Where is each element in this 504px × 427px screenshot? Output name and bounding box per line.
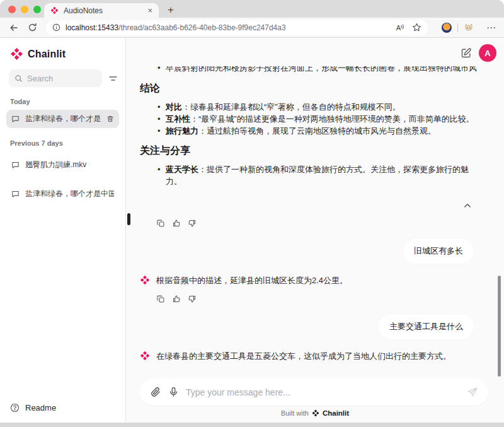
thread-item-active[interactable]: 盐津和绿春，哪个才是中... <box>6 110 119 128</box>
message-input[interactable] <box>186 387 460 397</box>
list-item: 对比：绿春县和延津县都以“窄”著称，但各自的特点和规模不同。 <box>166 101 479 113</box>
scrollbar-thumb[interactable] <box>498 276 501 377</box>
thread-title: 翘臀肌力訓練.mkv <box>25 160 114 170</box>
browser-menu-icon[interactable]: ⋯ <box>486 22 496 33</box>
thumbs-down-icon[interactable] <box>188 219 197 228</box>
readme-label: Readme <box>25 403 56 412</box>
url-host: localhost:15433 <box>66 23 118 32</box>
assistant-message: 根据音频中的描述，延津县的旧城区长度为2.4公里。 <box>140 274 479 286</box>
chainlit-logo-icon <box>10 47 23 61</box>
chevron-up-icon[interactable] <box>462 201 472 211</box>
thread-item[interactable]: 翘臀肌力訓練.mkv <box>6 156 119 174</box>
tab-title: AudioNotes <box>64 6 142 15</box>
help-icon <box>10 403 20 412</box>
section-heading: 关注与分享 <box>140 144 479 158</box>
extensions-area <box>442 23 474 33</box>
chat-bubble-icon <box>11 190 20 198</box>
section-heading: 结论 <box>140 82 479 95</box>
list-item: 蓝天学长：提供了一种新的视角和深度体验旅行的方式。关注他，探索更多旅行的魅力。 <box>166 163 479 187</box>
search-input[interactable] <box>27 74 96 83</box>
conclusion-list: 对比：绿春县和延津县都以“窄”著称，但各自的特点和规模不同。 互补性：“最窄县城… <box>140 101 479 137</box>
built-with-label: Built with <box>281 409 309 417</box>
search-row <box>0 69 125 87</box>
message-thread: 早晨斜射的阳光和楼房影子投射在河面上，形成一幅长长的画卷，展现出独特的城市风光。… <box>126 38 494 363</box>
main-header: A <box>461 44 496 62</box>
section-label-today: Today <box>10 98 115 105</box>
thread-item[interactable]: 盐津和绿春，哪个才是中国... <box>6 185 119 203</box>
address-bar-actions: A <box>396 23 421 32</box>
chat-bubble-icon <box>11 115 20 123</box>
main-panel: A 早晨斜射的阳光和楼房影子投射在河面上，形成一幅长长的画卷，展现出独特的城市风… <box>126 38 504 423</box>
url-text[interactable]: localhost:15433/thread/ac63aab6-b626-40e… <box>66 23 391 32</box>
filter-icon[interactable] <box>108 74 118 83</box>
read-aloud-icon[interactable]: A <box>396 24 404 32</box>
send-icon[interactable] <box>467 387 478 398</box>
thread-title: 盐津和绿春，哪个才是中... <box>25 114 101 124</box>
assistant-message-text: 在绿春县的主要交通工具是五菱公交车，这似乎成为了当地人们出行的主要方式。 <box>156 350 451 362</box>
thread-title: 盐津和绿春，哪个才是中国... <box>25 189 114 199</box>
brand: Chainlit <box>0 38 125 68</box>
chainlit-logo-icon <box>312 409 319 417</box>
pet-extension-icon[interactable] <box>464 23 474 33</box>
browser-extension-icon[interactable] <box>442 23 452 33</box>
share-list: 蓝天学长：提供了一种新的视角和深度体验旅行的方式。关注他，探索更多旅行的魅力。 <box>140 163 479 187</box>
copy-icon[interactable] <box>156 295 165 303</box>
chat-bubble-icon <box>11 161 20 169</box>
thumbs-up-icon[interactable] <box>172 295 181 303</box>
zoom-window-button[interactable] <box>33 6 41 13</box>
list-item: 互补性：“最窄县城”的描述更像是一种对两地独特地理环境的赞美，而非简单的比较。 <box>166 113 479 125</box>
user-message-bubble: 主要交通工具是什么 <box>379 314 474 339</box>
window-controls <box>8 6 41 13</box>
new-tab-button[interactable]: + <box>168 4 174 18</box>
minimize-window-button[interactable] <box>21 6 28 13</box>
search-icon <box>14 74 23 83</box>
browser-tab-audionotes[interactable]: AudioNotes × <box>44 3 159 18</box>
readme-link[interactable]: Readme <box>0 394 125 423</box>
chainlit-favicon-icon <box>50 6 59 15</box>
chainlit-avatar-icon <box>140 275 150 285</box>
assistant-message: 在绿春县的主要交通工具是五菱公交车，这似乎成为了当地人们出行的主要方式。 <box>140 350 479 362</box>
clipped-message-text: 早晨斜射的阳光和楼房影子投射在河面上，形成一幅长长的画卷，展现出独特的城市风光。 <box>140 66 479 76</box>
favorite-star-icon[interactable] <box>412 23 421 32</box>
search-box[interactable] <box>9 69 102 87</box>
refresh-icon[interactable] <box>28 23 37 32</box>
list-item: 旅行魅力：通过航拍等视角，展现了云南地区独特的城市风光与自然景观。 <box>166 125 479 137</box>
address-bar[interactable]: localhost:15433/thread/ac63aab6-b626-40e… <box>46 20 428 35</box>
browser-toolbar: localhost:15433/thread/ac63aab6-b626-40e… <box>0 18 504 38</box>
thumbs-down-icon[interactable] <box>188 295 197 303</box>
user-message: 旧城区有多长 <box>140 238 474 264</box>
trash-icon[interactable] <box>106 115 114 123</box>
browser-tab-strip: AudioNotes × + <box>0 0 504 18</box>
url-path: /thread/ac63aab6-b626-40eb-83be-9f9ec247… <box>118 23 286 32</box>
sidebar: Chainlit Today 盐津和绿春，哪个才是中... <box>0 38 126 423</box>
brand-name: Chainlit <box>28 49 66 60</box>
thumbs-up-icon[interactable] <box>172 219 181 228</box>
sidebar-resize-handle[interactable] <box>127 213 130 225</box>
attachment-icon[interactable] <box>150 387 161 398</box>
chainlit-app: Chainlit Today 盐津和绿春，哪个才是中... <box>0 38 504 423</box>
message-composer[interactable] <box>140 378 488 406</box>
user-message-bubble: 旧城区有多长 <box>403 238 474 264</box>
watermark-brand: Chainlit <box>323 409 349 417</box>
collapse-row <box>140 201 472 211</box>
tab-close-icon[interactable]: × <box>147 6 152 15</box>
site-info-icon[interactable] <box>52 23 60 32</box>
message-actions <box>156 219 479 228</box>
close-window-button[interactable] <box>8 6 16 13</box>
user-message: 主要交通工具是什么 <box>140 314 474 339</box>
window-bottom-edge <box>0 423 504 427</box>
back-icon[interactable] <box>9 23 19 33</box>
copy-icon[interactable] <box>156 219 165 228</box>
message-actions <box>156 295 479 303</box>
new-chat-icon[interactable] <box>461 47 472 59</box>
browser-window: AudioNotes × + localhost:15433/thread/ac… <box>0 0 504 427</box>
user-avatar[interactable]: A <box>479 44 496 62</box>
chainlit-avatar-icon <box>140 351 150 361</box>
divider <box>457 23 458 32</box>
watermark[interactable]: Built with Chainlit <box>126 409 504 417</box>
section-label-previous: Previous 7 days <box>10 139 115 147</box>
mic-icon[interactable] <box>168 387 179 397</box>
assistant-message-text: 根据音频中的描述，延津县的旧城区长度为2.4公里。 <box>156 274 348 286</box>
